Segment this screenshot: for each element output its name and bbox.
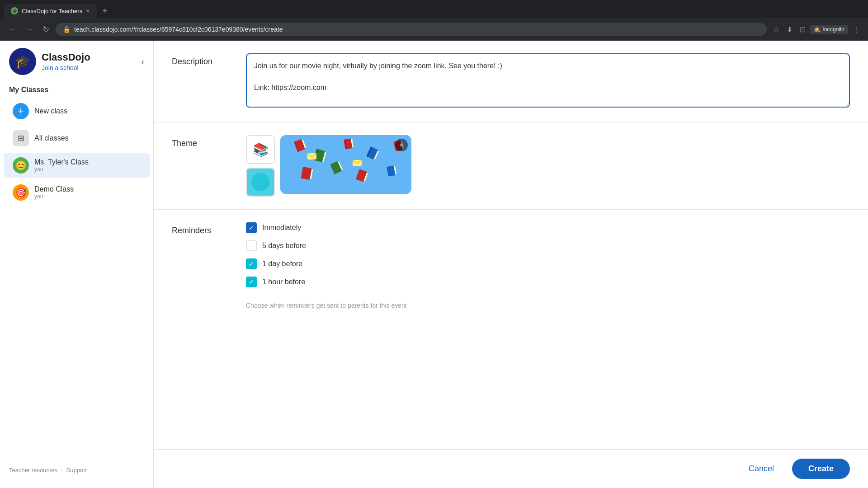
create-button[interactable]: Create — [792, 459, 850, 479]
sidebar: 🎓 ClassDojo Join a school ‹ My Classes +… — [0, 41, 154, 488]
check-icon-1hour: ✓ — [249, 278, 254, 286]
all-classes-label: All classes — [34, 134, 69, 142]
teal-circle — [251, 173, 269, 191]
new-tab-button[interactable]: + — [99, 4, 111, 18]
reminders-row: Reminders ✓ Immediately 5 days before — [172, 222, 850, 309]
description-label: Description — [172, 53, 235, 66]
teacher-resources-link[interactable]: Teacher resources — [9, 467, 57, 474]
forward-button[interactable]: → — [23, 23, 36, 36]
bookmark-icon[interactable]: ☆ — [770, 23, 782, 36]
theme-options: 📚 — [246, 135, 411, 197]
check-icon-1day: ✓ — [249, 260, 254, 267]
new-class-icon: + — [13, 103, 29, 119]
check-icon: ✓ — [249, 224, 254, 231]
1hour-label: 1 hour before — [262, 278, 305, 286]
brand-name: ClassDojo — [42, 52, 90, 63]
reminder-immediately[interactable]: ✓ Immediately — [246, 222, 407, 233]
theme-preview: × — [280, 135, 411, 194]
theme-teal-button[interactable] — [246, 168, 275, 197]
reminder-1day[interactable]: ✓ 1 day before — [246, 258, 407, 269]
demo-class-name: Demo Class — [34, 185, 74, 193]
sidebar-item-demo-class[interactable]: 🎯 Demo Class you — [4, 180, 150, 205]
bottom-bar: Cancel Create — [154, 449, 868, 488]
browser-chrome: 🎓 ClassDojo for Teachers × + ← → ↻ 🔒 tea… — [0, 0, 868, 41]
tab-title: ClassDojo for Teachers — [22, 8, 82, 14]
1day-checkbox[interactable]: ✓ — [246, 258, 257, 269]
address-bar[interactable]: 🔒 teach.classdojo.com/#/classes/65974c81… — [56, 23, 767, 36]
lock-icon: 🔒 — [63, 26, 71, 33]
new-class-item[interactable]: + New class — [4, 99, 150, 124]
main-content: Description Join us for our movie night,… — [154, 41, 868, 488]
1hour-checkbox[interactable]: ✓ — [246, 277, 257, 287]
all-classes-item[interactable]: ⊞ All classes — [4, 126, 150, 151]
support-link[interactable]: Support — [66, 467, 87, 474]
demo-class-info: Demo Class you — [34, 185, 74, 200]
reminder-5days[interactable]: 5 days before — [246, 240, 407, 251]
immediately-checkbox[interactable]: ✓ — [246, 222, 257, 233]
profile-icon[interactable]: ⊡ — [797, 23, 808, 36]
reload-button[interactable]: ↻ — [40, 23, 52, 36]
join-school-link[interactable]: Join a school — [42, 64, 90, 71]
reminder-options: ✓ Immediately 5 days before ✓ — [246, 222, 407, 309]
ms-tyler-name: Ms. Tyler's Class — [34, 158, 89, 166]
browser-toolbar: ← → ↻ 🔒 teach.classdojo.com/#/classes/65… — [0, 18, 868, 41]
toolbar-icons: ☆ ⬇ ⊡ 🕵 Incognito ⋮ — [770, 23, 863, 36]
immediately-label: Immediately — [262, 224, 301, 232]
tab-bar: 🎓 ClassDojo for Teachers × + — [0, 0, 868, 18]
incognito-label: Incognito — [822, 26, 844, 33]
downloads-icon[interactable]: ⬇ — [784, 23, 795, 36]
all-classes-icon: ⊞ — [13, 130, 29, 146]
incognito-spy-icon: 🕵 — [814, 26, 821, 33]
new-class-label: New class — [34, 107, 67, 115]
classdojo-logo: 🎓 — [9, 48, 36, 75]
sidebar-item-ms-tyler[interactable]: 😊 Ms. Tyler's Class you — [4, 153, 150, 178]
reminder-1hour[interactable]: ✓ 1 hour before — [246, 277, 407, 287]
demo-class-avatar: 🎯 — [13, 184, 29, 201]
sidebar-header: 🎓 ClassDojo Join a school ‹ — [0, 48, 153, 82]
tab-close-button[interactable]: × — [86, 7, 90, 14]
description-row: Description Join us for our movie night,… — [172, 53, 850, 109]
more-options-icon[interactable]: ⋮ — [850, 23, 863, 36]
books-icon: 📚 — [253, 142, 269, 157]
reminder-hint-text: Choose when reminders get sent to parent… — [246, 302, 407, 309]
theme-books-button[interactable]: 📚 — [246, 135, 275, 164]
ms-tyler-sub: you — [34, 166, 89, 173]
back-button[interactable]: ← — [5, 23, 19, 36]
incognito-badge: 🕵 Incognito — [810, 25, 848, 34]
app-container: 🎓 ClassDojo Join a school ‹ My Classes +… — [0, 41, 868, 488]
my-classes-label: My Classes — [0, 82, 153, 98]
url-text: teach.classdojo.com/#/classes/65974c810c… — [74, 26, 760, 33]
plus-icon: + — [18, 105, 24, 117]
footer-separator: · — [61, 467, 63, 474]
sidebar-collapse-button[interactable]: ‹ — [141, 56, 144, 67]
theme-buttons: 📚 — [246, 135, 275, 197]
description-section: Description Join us for our movie night,… — [154, 41, 868, 122]
cancel-button[interactable]: Cancel — [740, 460, 783, 478]
ms-tyler-info: Ms. Tyler's Class you — [34, 158, 89, 173]
demo-class-sub: you — [34, 193, 74, 200]
ms-tyler-avatar: 😊 — [13, 157, 29, 174]
active-tab[interactable]: 🎓 ClassDojo for Teachers × — [4, 4, 97, 18]
5days-checkbox[interactable] — [246, 240, 257, 251]
sidebar-footer: Teacher resources · Support — [0, 460, 153, 481]
books-pattern-svg — [280, 135, 411, 194]
description-textarea[interactable]: Join us for our movie night, virtually b… — [246, 53, 850, 108]
theme-label: Theme — [172, 135, 235, 148]
theme-preview-close-button[interactable]: × — [395, 139, 408, 151]
reminders-label: Reminders — [172, 222, 235, 235]
theme-row: Theme 📚 — [172, 135, 850, 197]
tab-favicon: 🎓 — [11, 7, 18, 14]
close-x-icon: × — [400, 141, 403, 149]
theme-section: Theme 📚 — [154, 122, 868, 210]
1day-label: 1 day before — [262, 260, 302, 268]
reminders-section: Reminders ✓ Immediately 5 days before — [154, 210, 868, 322]
description-control: Join us for our movie night, virtually b… — [246, 53, 850, 109]
5days-label: 5 days before — [262, 242, 306, 250]
brand-info: ClassDojo Join a school — [42, 52, 90, 71]
scroll-container[interactable]: Description Join us for our movie night,… — [154, 41, 868, 449]
